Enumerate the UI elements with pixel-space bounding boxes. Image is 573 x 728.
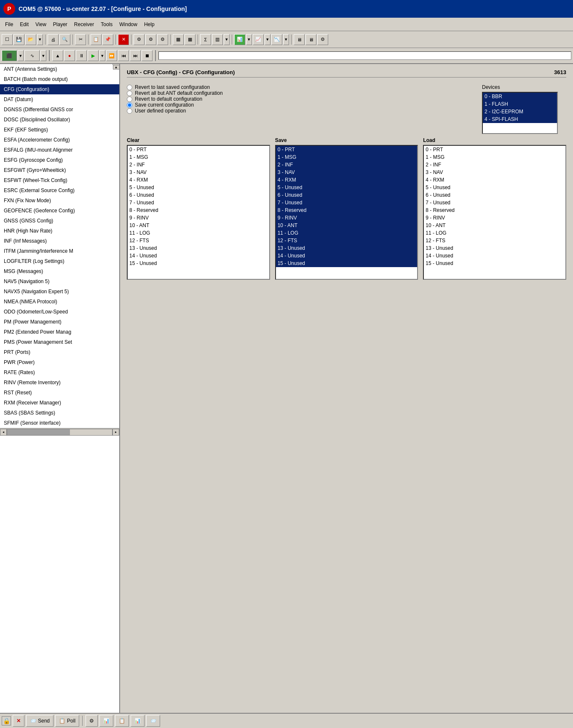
- sidebar-item-21[interactable]: NAV5 (Navigation 5): [0, 276, 119, 286]
- grid-btn3[interactable]: ▥: [212, 34, 223, 45]
- cut-button[interactable]: ✂: [75, 34, 86, 45]
- sidebar-item-20[interactable]: MSG (Messages): [0, 266, 119, 276]
- hscroll-thumb[interactable]: [7, 429, 70, 435]
- save-button[interactable]: 💾: [13, 34, 24, 45]
- close-btn[interactable]: ✕: [13, 715, 24, 727]
- load-item-6[interactable]: 6 - Unused: [424, 191, 565, 199]
- sidebar-item-23[interactable]: NMEA (NMEA Protocol): [0, 297, 119, 307]
- load-list-box[interactable]: 0 - PRT1 - MSG2 - INF3 - NAV4 - RXM5 - U…: [423, 145, 566, 280]
- sidebar-item-25[interactable]: PM (Power Management): [0, 317, 119, 327]
- save-item-14[interactable]: 14 - Unused: [276, 252, 418, 260]
- print-button[interactable]: 🖨: [48, 34, 59, 45]
- device-item-3[interactable]: 4 - SPI-FLASH: [483, 115, 557, 123]
- preview-button[interactable]: 🔍: [59, 34, 70, 45]
- status-btn5[interactable]: 📨: [146, 715, 160, 727]
- save-item-2[interactable]: 2 - INF: [276, 161, 418, 169]
- sidebar-item-22[interactable]: NAVX5 (Navigation Expert 5): [0, 286, 119, 297]
- load-item-5[interactable]: 5 - Unused: [424, 184, 565, 191]
- load-item-14[interactable]: 14 - Unused: [424, 252, 565, 260]
- save-item-13[interactable]: 13 - Unused: [276, 244, 418, 252]
- menu-view[interactable]: View: [32, 20, 50, 29]
- load-item-4[interactable]: 4 - RXM: [424, 176, 565, 184]
- menu-player[interactable]: Player: [50, 20, 71, 29]
- menu-edit[interactable]: Edit: [16, 20, 32, 29]
- sidebar-item-12[interactable]: ESRC (External Source Config): [0, 185, 119, 195]
- sidebar-item-4[interactable]: DGNSS (Differential GNSS cor: [0, 104, 119, 115]
- save-item-7[interactable]: 7 - Unused: [276, 199, 418, 206]
- clear-item-4[interactable]: 4 - RXM: [128, 176, 269, 184]
- radio-row-5[interactable]: User defined operation: [127, 108, 474, 114]
- sidebar-item-13[interactable]: FXN (Fix Now Mode): [0, 195, 119, 206]
- load-item-11[interactable]: 11 - LOG: [424, 229, 565, 237]
- save-item-0[interactable]: 0 - PRT: [276, 146, 418, 153]
- sidebar-item-30[interactable]: RATE (Rates): [0, 367, 119, 377]
- stop-btn[interactable]: ⏹: [142, 50, 153, 61]
- sidebar-hscroll[interactable]: ◂ ▸: [0, 428, 119, 436]
- radio-row-2[interactable]: Revert all but ANT default configuration: [127, 90, 474, 96]
- sidebar-item-34[interactable]: SBAS (SBAS Settings): [0, 408, 119, 418]
- screen-btn2[interactable]: 🖥: [305, 34, 316, 45]
- clear-item-9[interactable]: 9 - RINV: [128, 214, 269, 222]
- menu-window[interactable]: Window: [116, 20, 141, 29]
- sidebar-item-17[interactable]: INF (Inf Messages): [0, 236, 119, 246]
- screen-btn1[interactable]: 🖥: [294, 34, 305, 45]
- clear-item-14[interactable]: 14 - Unused: [128, 252, 269, 260]
- clear-item-10[interactable]: 10 - ANT: [128, 222, 269, 229]
- clear-item-7[interactable]: 7 - Unused: [128, 199, 269, 206]
- dropdown-btn4[interactable]: ▾: [265, 34, 270, 45]
- clear-item-12[interactable]: 12 - FTS: [128, 237, 269, 244]
- green-conn-btn[interactable]: ⬛: [2, 50, 17, 61]
- step-fwd-btn[interactable]: ⏭: [130, 50, 141, 61]
- load-item-8[interactable]: 8 - Reserved: [424, 206, 565, 214]
- device-item-0[interactable]: 0 - BBR: [483, 93, 557, 100]
- save-item-5[interactable]: 5 - Unused: [276, 184, 418, 191]
- fast-fwd-btn[interactable]: ⏩: [106, 50, 117, 61]
- save-list-box[interactable]: 0 - PRT1 - MSG2 - INF3 - NAV4 - RXM5 - U…: [275, 145, 418, 280]
- config-btn2[interactable]: ⚙: [145, 34, 156, 45]
- sidebar-item-29[interactable]: PWR (Power): [0, 357, 119, 367]
- clear-item-5[interactable]: 5 - Unused: [128, 184, 269, 191]
- clear-item-2[interactable]: 2 - INF: [128, 161, 269, 169]
- radio-revert-saved[interactable]: [127, 85, 132, 90]
- save-item-8[interactable]: 8 - Reserved: [276, 206, 418, 214]
- wave-btn[interactable]: ∿: [24, 50, 40, 61]
- dropdown-btn7[interactable]: ▾: [40, 50, 46, 61]
- scroll-left-btn[interactable]: ◂: [0, 429, 7, 436]
- status-btn2[interactable]: 📊: [99, 715, 113, 727]
- sidebar-item-1[interactable]: BATCH (Batch mode output): [0, 74, 119, 84]
- clear-list-box[interactable]: 0 - PRT1 - MSG2 - INF3 - NAV4 - RXM5 - U…: [127, 145, 270, 280]
- save-item-11[interactable]: 11 - LOG: [276, 229, 418, 237]
- sidebar-item-8[interactable]: ESFALG (IMU-mount Alignmer: [0, 145, 119, 155]
- config-btn3[interactable]: ⚙: [157, 34, 168, 45]
- save-item-4[interactable]: 4 - RXM: [276, 176, 418, 184]
- radio-user-defined[interactable]: [127, 108, 132, 114]
- delete-button[interactable]: ✕: [118, 34, 129, 45]
- load-item-0[interactable]: 0 - PRT: [424, 146, 565, 153]
- dropdown-btn8[interactable]: ▾: [99, 50, 105, 61]
- step-back-btn[interactable]: ⏮: [118, 50, 129, 61]
- sidebar-item-3[interactable]: DAT (Datum): [0, 94, 119, 104]
- load-item-9[interactable]: 9 - RINV: [424, 214, 565, 222]
- clear-item-1[interactable]: 1 - MSG: [128, 153, 269, 161]
- sidebar-item-15[interactable]: GNSS (GNSS Config): [0, 216, 119, 226]
- sidebar-item-27[interactable]: PMS (Power Management Set: [0, 337, 119, 347]
- sidebar-item-28[interactable]: PRT (Ports): [0, 347, 119, 357]
- save-item-9[interactable]: 9 - RINV: [276, 214, 418, 222]
- clear-item-3[interactable]: 3 - NAV: [128, 169, 269, 176]
- clear-item-8[interactable]: 8 - Reserved: [128, 206, 269, 214]
- clear-item-11[interactable]: 11 - LOG: [128, 229, 269, 237]
- record-btn[interactable]: ●: [64, 50, 75, 61]
- save-item-10[interactable]: 10 - ANT: [276, 222, 418, 229]
- scroll-right-btn[interactable]: ▸: [112, 429, 119, 436]
- radio-row-3[interactable]: Revert to default configuration: [127, 96, 474, 102]
- menu-tools[interactable]: Tools: [97, 20, 116, 29]
- save-item-1[interactable]: 1 - MSG: [276, 153, 418, 161]
- sidebar-item-31[interactable]: RINV (Remote Inventory): [0, 377, 119, 388]
- save-item-15[interactable]: 15 - Unused: [276, 260, 418, 267]
- clear-item-15[interactable]: 15 - Unused: [128, 260, 269, 267]
- sidebar-item-7[interactable]: ESFA (Accelerometer Config): [0, 135, 119, 145]
- sidebar-item-11[interactable]: ESFWT (Wheel-Tick Config): [0, 175, 119, 185]
- device-item-1[interactable]: 1 - FLASH: [483, 100, 557, 108]
- menu-help[interactable]: Help: [141, 20, 158, 29]
- sidebar-item-9[interactable]: ESFG (Gyroscope Config): [0, 155, 119, 165]
